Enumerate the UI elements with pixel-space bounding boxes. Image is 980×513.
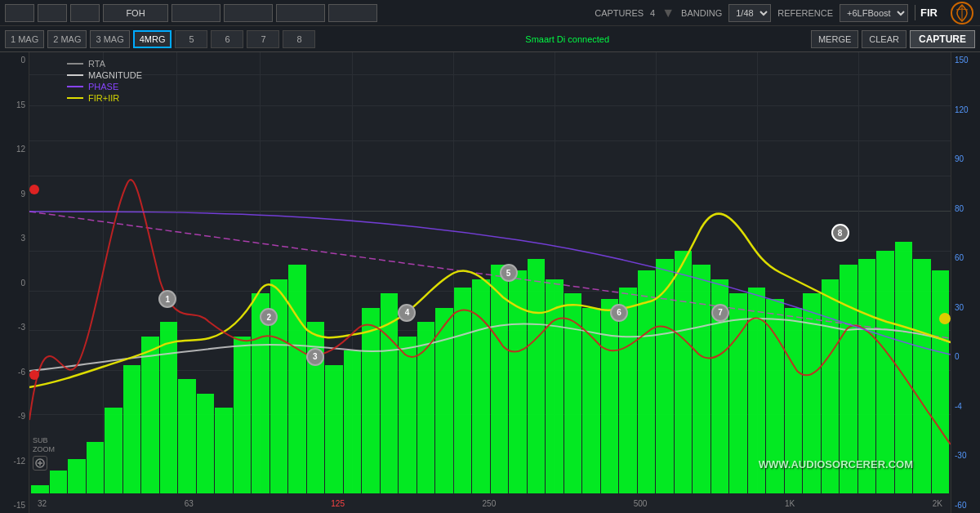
eq-bar (87, 442, 105, 493)
input-3[interactable] (70, 4, 100, 22)
filter-node-8[interactable]: 8 (831, 224, 849, 242)
sub-zoom-label: SUBZOOM (33, 436, 55, 471)
y-marker-top-red[interactable] (29, 185, 39, 194)
reference-label: REFERENCE (777, 8, 833, 18)
eq-bar (582, 308, 600, 494)
eq-bar (105, 408, 122, 493)
eq-bar (178, 379, 196, 493)
eq-bar (546, 279, 564, 494)
plot-area: RTA MAGNITUDE PHASE FIR+IIR 1 2 3 4 5 6 … (29, 52, 951, 493)
sub-zoom-button[interactable] (33, 456, 47, 471)
banding-select[interactable]: 1/48 1/24 1/12 (728, 4, 771, 22)
y-axis-left: 0 15 12 9 3 0 -3 -6 -9 -12 -15 (0, 52, 29, 513)
x-axis: 32 63 125 250 500 1K 2K (29, 493, 951, 513)
foh-input[interactable]: FOH (103, 4, 168, 22)
eq-bar (288, 265, 306, 493)
slot5-input[interactable] (175, 30, 207, 48)
eq-bar (528, 259, 546, 493)
eq-bar (50, 471, 68, 493)
legend-phase: PHASE (88, 82, 118, 91)
filter-node-4[interactable]: 4 (398, 304, 416, 322)
mag2-button[interactable]: 2 MAG (47, 30, 87, 48)
filter-node-6[interactable]: 6 (610, 304, 628, 322)
eq-bar (417, 322, 435, 493)
y-marker-yellow[interactable] (939, 313, 951, 324)
capture-button[interactable]: CAPTURE (910, 30, 975, 48)
input-1[interactable] (5, 4, 34, 22)
eq-bar (160, 322, 178, 493)
eq-bar (895, 242, 913, 493)
eq-bar (656, 259, 674, 493)
slot7-input[interactable] (247, 30, 279, 48)
mag1-button[interactable]: 1 MAG (5, 30, 44, 48)
eq-bar (141, 337, 159, 494)
eq-bar (215, 408, 233, 493)
eq-bar (932, 270, 950, 493)
eq-bar (491, 265, 509, 493)
eq-bar (362, 308, 380, 494)
watermark: WWW.AUDIOSORCERER.COM (759, 458, 913, 471)
slot8-input[interactable] (283, 30, 315, 48)
merge-button[interactable]: MERGE (811, 30, 858, 48)
eq-bar (729, 293, 747, 493)
eq-bar (454, 288, 472, 493)
eq-bar (564, 293, 582, 493)
filter-node-7[interactable]: 7 (711, 304, 729, 322)
filter-node-1[interactable]: 1 (158, 290, 176, 308)
input-7[interactable] (276, 4, 325, 22)
captures-value: 4 (650, 8, 655, 18)
eq-bars (29, 251, 951, 493)
captures-label: CAPTURES (595, 8, 644, 18)
slot6-input[interactable] (211, 30, 243, 48)
eq-bar (344, 350, 362, 493)
legend-fir-iir: FIR+IIR (88, 93, 119, 103)
legend-rta: RTA (88, 59, 105, 69)
eq-bar (325, 365, 343, 494)
eq-bar (381, 293, 399, 493)
input-6[interactable] (224, 4, 273, 22)
y-axis-right: 150 120 90 80 60 30 0 -4 -30 -60 (951, 52, 980, 513)
eq-bar (693, 265, 710, 493)
filter-node-5[interactable]: 5 (500, 264, 518, 282)
banding-label: BANDING (681, 8, 722, 18)
eq-bar (31, 485, 49, 494)
mag3-button[interactable]: 3 MAG (90, 30, 129, 48)
mrg4-button[interactable]: 4MRG (133, 30, 172, 48)
input-8[interactable] (328, 4, 377, 22)
reference-select[interactable]: +6LFBoost Flat (840, 4, 908, 22)
eq-bar (234, 337, 252, 494)
eq-bar (472, 279, 490, 494)
filter-node-2[interactable]: 2 (260, 308, 278, 326)
eq-bar (638, 270, 656, 493)
eq-bar (435, 308, 453, 494)
legend-magnitude: MAGNITUDE (88, 70, 142, 80)
input-2[interactable] (38, 4, 67, 22)
y-marker-mid-red[interactable] (29, 370, 39, 380)
logo-icon (949, 0, 975, 26)
eq-bar (876, 251, 894, 494)
eq-bar (675, 251, 693, 494)
filter-node-3[interactable]: 3 (306, 348, 324, 366)
eq-bar (123, 365, 141, 494)
eq-bar (197, 394, 215, 494)
eq-bar (509, 270, 527, 493)
eq-bar (913, 259, 931, 493)
input-5[interactable] (172, 4, 220, 22)
status-text: Smaart Di connected (525, 34, 609, 44)
eq-bar (399, 337, 416, 494)
legend: RTA MAGNITUDE PHASE FIR+IIR (67, 59, 142, 103)
fir-badge: FIR (915, 5, 942, 20)
clear-button[interactable]: CLEAR (862, 30, 906, 48)
eq-bar (68, 459, 86, 493)
eq-bar (601, 299, 619, 493)
